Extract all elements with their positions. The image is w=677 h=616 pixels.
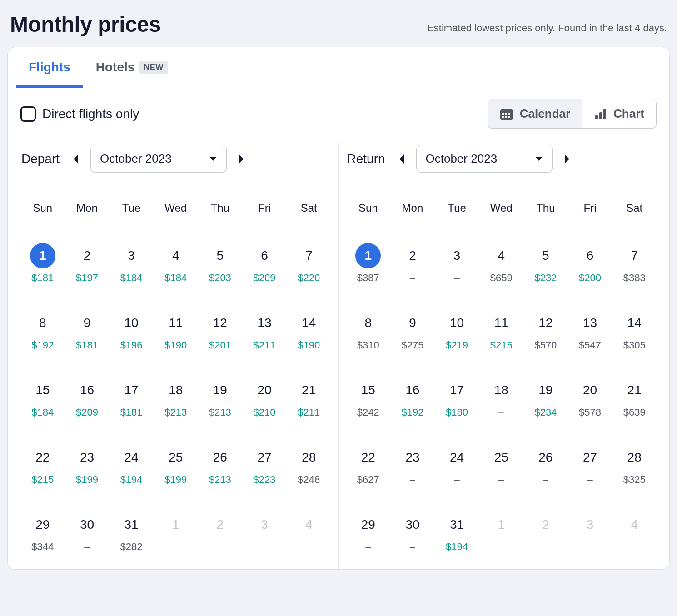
calendar-day[interactable]: 5$203 [198, 222, 243, 289]
calendar-day[interactable]: 2– [390, 222, 435, 289]
depart-next-month[interactable] [232, 150, 250, 168]
calendar-day[interactable]: 6$209 [242, 222, 287, 289]
calendar-day: 3 [242, 491, 287, 558]
calendar-day[interactable]: 30– [65, 491, 110, 558]
svg-rect-9 [603, 109, 606, 119]
day-price: $194 [109, 474, 154, 486]
return-month-select[interactable]: October 2023 [416, 145, 553, 173]
day-price: $211 [287, 407, 331, 418]
page-subtitle: Estimated lowest prices only. Found in t… [427, 22, 667, 37]
calendar-day[interactable]: 12$201 [198, 289, 243, 357]
calendar-day[interactable]: 25– [479, 424, 523, 491]
calendar-day[interactable]: 3$184 [109, 222, 154, 289]
day-number: 3 [444, 243, 470, 268]
calendar-day[interactable]: 26$213 [198, 424, 243, 491]
day-number: 4 [296, 512, 322, 537]
calendar-day[interactable]: 20$578 [568, 357, 612, 424]
calendar-day[interactable]: 13$547 [568, 289, 612, 357]
depart-month-select[interactable]: October 2023 [90, 145, 227, 173]
calendar-day[interactable]: 24$194 [109, 424, 154, 491]
calendar-day[interactable]: 31$282 [109, 491, 154, 558]
calendar-day[interactable]: 17$180 [435, 357, 479, 424]
day-price: $570 [523, 339, 568, 351]
day-price: $275 [390, 339, 435, 351]
tab-flights[interactable]: Flights [16, 47, 83, 88]
calendar-day[interactable]: 6$200 [568, 222, 612, 289]
calendar-day[interactable]: 7$383 [612, 222, 657, 289]
calendar-day[interactable]: 28$248 [287, 424, 331, 491]
calendar-day[interactable]: 31$194 [435, 491, 479, 558]
calendar-day[interactable]: 16$209 [65, 357, 110, 424]
calendar-day[interactable]: 23$199 [65, 424, 110, 491]
calendar-day[interactable]: 14$305 [612, 289, 657, 357]
calendar-day[interactable]: 27– [568, 424, 612, 491]
calendar-day[interactable]: 1$387 [346, 222, 391, 289]
calendar-day[interactable]: 4$659 [479, 222, 523, 289]
calendar-day[interactable]: 15$242 [346, 357, 391, 424]
day-number: 9 [400, 310, 425, 336]
calendar-day[interactable]: 3– [435, 222, 479, 289]
calendar-day[interactable]: 30– [390, 491, 435, 558]
calendar-day[interactable]: 10$196 [109, 289, 154, 357]
calendar-day[interactable]: 8$192 [20, 289, 65, 357]
calendar-day[interactable]: 17$181 [109, 357, 154, 424]
day-number: 1 [355, 243, 381, 268]
calendar-day[interactable]: 1$181 [20, 222, 65, 289]
checkbox-icon [20, 106, 36, 122]
calendar-day[interactable]: 27$223 [242, 424, 287, 491]
calendar-day[interactable]: 19$234 [523, 357, 568, 424]
calendar-day[interactable]: 26– [523, 424, 568, 491]
calendar-day[interactable]: 15$184 [20, 357, 65, 424]
day-price: $305 [612, 339, 657, 351]
day-number: 27 [252, 445, 277, 470]
day-price: $211 [242, 339, 287, 351]
new-badge: NEW [139, 61, 168, 74]
day-number: 11 [163, 310, 189, 336]
day-number: 6 [252, 243, 277, 268]
calendar-day[interactable]: 7$220 [287, 222, 331, 289]
calendar-day[interactable]: 18$213 [154, 357, 198, 424]
calendar-day[interactable]: 21$211 [287, 357, 331, 424]
return-next-month[interactable] [558, 150, 576, 168]
calendar-day[interactable]: 28$325 [612, 424, 657, 491]
day-price: – [346, 541, 391, 553]
calendar-day[interactable]: 22$215 [20, 424, 65, 491]
calendar-day[interactable]: 5$232 [523, 222, 568, 289]
calendar-day[interactable]: 2$197 [65, 222, 110, 289]
view-calendar-button[interactable]: Calendar [488, 99, 582, 128]
calendar-day[interactable]: 9$275 [390, 289, 435, 357]
calendar-day[interactable]: 11$215 [479, 289, 523, 357]
calendar-day[interactable]: 4$184 [154, 222, 198, 289]
calendar-day[interactable]: 24– [435, 424, 479, 491]
day-of-week-header: Mon [65, 182, 110, 222]
view-chart-button[interactable]: Chart [582, 99, 656, 128]
return-prev-month[interactable] [393, 150, 411, 168]
day-price: $219 [435, 339, 479, 351]
calendar-day[interactable]: 29– [346, 491, 391, 558]
day-price: $201 [198, 339, 243, 351]
calendar-day[interactable]: 16$192 [390, 357, 435, 424]
calendar-day[interactable]: 19$213 [198, 357, 243, 424]
day-number: 29 [30, 512, 55, 537]
day-number: 27 [577, 445, 603, 470]
calendar-day[interactable]: 14$190 [287, 289, 331, 357]
calendar-day[interactable]: 8$310 [346, 289, 391, 357]
tab-hotels[interactable]: Hotels NEW [83, 47, 181, 88]
calendar-day[interactable]: 12$570 [523, 289, 568, 357]
depart-prev-month[interactable] [67, 150, 85, 168]
calendar-day[interactable]: 13$211 [242, 289, 287, 357]
calendar-day[interactable]: 20$210 [242, 357, 287, 424]
day-price: $209 [242, 272, 287, 284]
direct-flights-checkbox[interactable]: Direct flights only [20, 106, 139, 122]
calendar-day[interactable]: 25$199 [154, 424, 198, 491]
calendar-day[interactable]: 10$219 [435, 289, 479, 357]
calendar-day[interactable]: 18– [479, 357, 523, 424]
calendar-day[interactable]: 9$181 [65, 289, 110, 357]
day-price: $199 [65, 474, 110, 486]
calendar-day[interactable]: 22$627 [346, 424, 391, 491]
calendar-day[interactable]: 11$190 [154, 289, 198, 357]
calendar-day[interactable]: 23– [390, 424, 435, 491]
calendar-day[interactable]: 21$639 [612, 357, 657, 424]
calendar-day[interactable]: 29$344 [20, 491, 65, 558]
svg-rect-5 [505, 116, 507, 118]
